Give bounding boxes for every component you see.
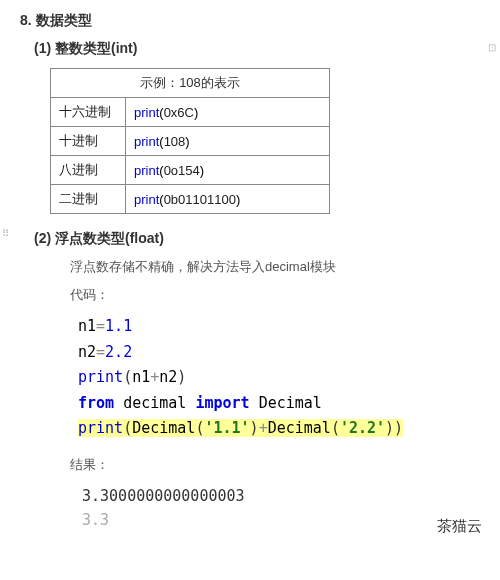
output-block: 3.3000000000000003 3.3: [82, 484, 480, 532]
watermark-text: 茶猫云: [437, 517, 482, 536]
row-label: 十六进制: [51, 98, 126, 127]
float-description: 浮点数存储不精确，解决方法导入decimal模块: [70, 258, 480, 276]
table-row: 十进制 print(108): [51, 127, 330, 156]
code-line: n1=1.1: [78, 314, 480, 340]
row-code: print(0o154): [126, 156, 330, 185]
margin-marker-left: ⠿: [2, 228, 9, 239]
table-header: 示例：108的表示: [51, 69, 330, 98]
table-row: 十六进制 print(0x6C): [51, 98, 330, 127]
row-code: print(0x6C): [126, 98, 330, 127]
code-line: n2=2.2: [78, 340, 480, 366]
int-representation-table: 示例：108的表示 十六进制 print(0x6C) 十进制 print(108…: [50, 68, 330, 214]
row-code: print(108): [126, 127, 330, 156]
code-block: n1=1.1 n2=2.2 print(n1+n2) from decimal …: [78, 314, 480, 442]
section-heading: 8. 数据类型: [20, 12, 480, 30]
subsection-1-title: (1) 整数类型(int): [34, 40, 480, 58]
code-line: print(n1+n2): [78, 365, 480, 391]
output-line: 3.3: [82, 508, 480, 532]
int-table-wrapper: 示例：108的表示 十六进制 print(0x6C) 十进制 print(108…: [50, 68, 480, 214]
code-line: from decimal import Decimal: [78, 391, 480, 417]
table-row: 二进制 print(0b01101100): [51, 185, 330, 214]
subsection-2-title: (2) 浮点数类型(float): [34, 230, 480, 248]
result-label: 结果：: [70, 456, 480, 474]
output-line: 3.3000000000000003: [82, 484, 480, 508]
section-number: 8.: [20, 12, 32, 28]
row-label: 二进制: [51, 185, 126, 214]
code-label: 代码：: [70, 286, 480, 304]
row-label: 十进制: [51, 127, 126, 156]
margin-marker-right: ⊡: [488, 42, 496, 53]
table-row: 八进制 print(0o154): [51, 156, 330, 185]
section-title-text: 数据类型: [36, 12, 92, 28]
row-label: 八进制: [51, 156, 126, 185]
row-code: print(0b01101100): [126, 185, 330, 214]
code-line: print(Decimal('1.1')+Decimal('2.2')): [78, 416, 480, 442]
